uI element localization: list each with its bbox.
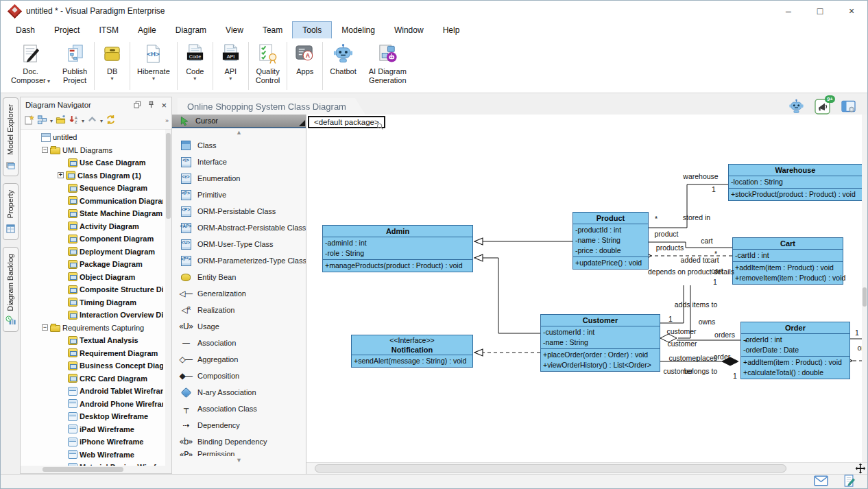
tree-item-crc-card-diagram[interactable]: CRC Card Diagram [21,372,163,385]
palette-scroll-down-icon[interactable]: ▼ [172,456,306,465]
tree-item-requirement-diagram[interactable]: Requirement Diagram [21,347,163,360]
tree-item-ipad-wireframe[interactable]: iPad Wireframe [21,423,163,436]
sidebar-tab-model-explorer[interactable]: Model Explorer [3,97,19,176]
new-diagram-icon[interactable] [24,115,34,128]
apps-button[interactable]: AApps [288,40,322,92]
class-notification[interactable]: <<Interface>>Notification+sendAlert(mess… [351,335,473,368]
tree-item-class-diagram-1-[interactable]: +Class Diagram (1) [21,169,163,182]
palette-item-composition[interactable]: ◆—Composition [172,368,306,384]
tree-item-timing-diagram[interactable]: Timing Diagram [21,296,163,309]
tree-expander-icon[interactable]: + [58,172,64,178]
tree-item-activity-diagram[interactable]: Activity Diagram [21,220,163,233]
dropdown-icon[interactable]: ▾ [82,118,84,124]
palette-item-realization[interactable]: ◁ᴿRealization [172,302,306,318]
palette-item-enumeration[interactable]: <e>Enumeration [172,170,306,187]
notes-icon[interactable] [842,475,856,489]
pin-icon[interactable] [147,101,155,110]
db-button[interactable]: DB▾ [95,40,129,92]
group-icon[interactable] [37,115,47,128]
tree-item-use-case-diagram[interactable]: Use Case Diagram [21,156,163,169]
doc-composer-button[interactable]: Doc.Composer ▾ [5,40,56,92]
menu-item-project[interactable]: Project [45,21,89,38]
palette-item-cursor[interactable]: Cursor [172,115,306,128]
tree-item-package-diagram[interactable]: Package Diagram [21,258,163,271]
palette-scroll-up-icon[interactable]: ▲ [172,128,306,137]
menu-item-help[interactable]: Help [433,21,470,38]
close-button[interactable]: × [836,1,867,21]
tree-item-requirements-capturing[interactable]: −Requirements Capturing [21,322,163,335]
class-product[interactable]: Product-productId : int-name : String-pr… [572,212,649,270]
refresh-icon[interactable] [106,115,116,128]
tree-item-interaction-overview-diagram[interactable]: Interaction Overview Diagram [21,309,163,322]
menu-item-diagram[interactable]: Diagram [166,21,216,38]
menu-item-tools[interactable]: Tools [292,21,332,38]
quality-control-button[interactable]: QualityControl [250,40,286,92]
canvas-horizontal-scrollbar[interactable] [306,462,867,474]
palette-item-orm-user-type-class[interactable]: <U>ORM-User-Type Class [172,236,306,252]
palette-item-entity-bean[interactable]: Entity Bean [172,269,306,285]
tree-expander-icon[interactable]: − [42,147,48,153]
tree-item-textual-analysis[interactable]: Textual Analysis [21,334,163,347]
tree-horizontal-scrollbar[interactable] [21,466,171,473]
api-button[interactable]: APIAPI▾ [214,40,248,92]
tree-item-deployment-diagram[interactable]: Deployment Diagram [21,246,163,259]
palette-item-dependency[interactable]: ⇢Dependency [172,417,306,433]
chatbot-button[interactable]: Chatbot [324,40,363,92]
tree-item-composite-structure-diagram[interactable]: Composite Structure Diagram [21,283,163,296]
tree-item-state-machine-diagram[interactable]: State Machine Diagram [21,207,163,220]
menu-item-itsm[interactable]: ITSM [89,21,128,38]
menu-item-team[interactable]: Team [253,21,292,38]
palette-item-orm-abstract-persistable-class[interactable]: <AP>ORM-Abstract-Persistable Class [172,219,306,236]
up-icon[interactable] [87,115,97,128]
tree-vertical-scrollbar[interactable] [165,130,171,466]
menu-item-dash[interactable]: Dash [6,21,45,38]
pan-tool-icon[interactable] [854,463,867,475]
class-admin[interactable]: Admin-adminId : int-role : String+manage… [322,225,473,272]
maximize-button[interactable]: □ [804,1,836,21]
class-customer[interactable]: Customer-customerId : int-name : String+… [540,314,660,372]
canvas-hscroll-thumb[interactable] [315,464,786,473]
canvas-vertical-scrollbar[interactable] [862,115,867,462]
menu-item-modeling[interactable]: Modeling [332,21,385,38]
palette-item-orm-parameterized-type-class[interactable]: <P*>ORM-Parameterized-Type Class [172,252,306,269]
tree-item-component-diagram[interactable]: Component Diagram [21,232,163,246]
tree-item-android-phone-wireframe[interactable]: Android Phone Wireframe [21,398,163,411]
palette-item-primitive[interactable]: <P>Primitive [172,187,306,203]
generalization-customer-admin[interactable] [474,258,540,333]
palette-item-class[interactable]: Class [172,137,306,154]
menu-item-agile[interactable]: Agile [128,21,166,38]
menu-item-view[interactable]: View [216,21,253,38]
minimize-button[interactable]: – [773,1,804,21]
palette-item-n-ary-association[interactable]: N-ary Association [172,384,306,401]
sidebar-tab-property[interactable]: Property [3,183,19,240]
palette-item-orm-persistable-class[interactable]: <P>ORM-Persistable Class [172,203,306,219]
float-icon[interactable] [134,101,141,110]
tree-item-desktop-wireframe[interactable]: Desktop Wireframe [21,410,163,423]
palette-item-binding-dependency[interactable]: «b»Binding Dependency [172,433,306,450]
hibernate-button[interactable]: <H>Hibernate▾ [131,40,176,92]
dropdown-icon[interactable]: ▾ [50,118,53,124]
tree-item-web-wireframe[interactable]: Web Wireframe [21,449,163,462]
diagram-canvas[interactable]: <default package> Admin-adminId : int-ro… [306,115,867,462]
palette-item-generalization[interactable]: ◁—Generalization [172,285,306,302]
publish-project-button[interactable]: PublishProject [56,40,93,92]
sidebar-tab-diagram-backlog[interactable]: Diagram Backlog [3,247,19,333]
palette-item-permission[interactable]: «P»Permission [172,450,306,456]
palette-item-interface[interactable]: <i>Interface [172,154,306,170]
palette-item-association[interactable]: —Association [172,335,306,351]
tree-item-sequence-diagram[interactable]: Sequence Diagram [21,182,163,195]
sort-icon[interactable]: AZ [69,115,79,128]
menu-item-window[interactable]: Window [385,21,433,38]
palette-item-association-class[interactable]: ┬Association Class [172,401,306,417]
tree-item-android-tablet-wireframe[interactable]: Android Tablet Wireframe [21,385,163,398]
mail-icon[interactable] [814,475,828,489]
diagram-tab[interactable]: Online Shopping System Class Diagram [178,98,365,115]
class-order[interactable]: Order-orderId : int-orderDate : Date+add… [740,322,850,379]
tree-item-iphone-wireframe[interactable]: iPhone Wireframe [21,436,163,449]
palette-item-aggregation[interactable]: ◇—Aggregation [172,351,306,368]
tree-item-material-design-wireframe[interactable]: Material Design Wireframe [21,461,163,466]
open-folder-icon[interactable] [56,115,66,128]
tree-item-communication-diagram[interactable]: Communication Diagram [21,195,163,208]
ai-diagram-generation-button[interactable]: AI DiagramGeneration [363,40,413,92]
class-warehouse[interactable]: Warehouse-location : String+stockProduct… [728,164,863,201]
